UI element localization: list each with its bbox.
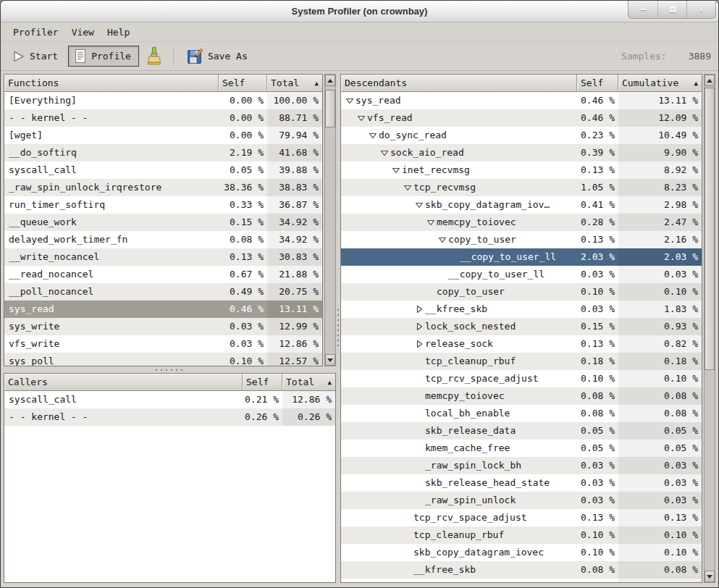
expander-closed-icon[interactable]: [413, 340, 425, 348]
maximize-button[interactable]: [657, 1, 686, 18]
tree-row[interactable]: local_bh_enable0.08 %0.08 %: [341, 405, 702, 422]
expander-open-icon[interactable]: [367, 131, 379, 140]
expander-open-icon[interactable]: [437, 235, 448, 244]
table-row[interactable]: [Everything]0.00 %100.00 %: [4, 92, 322, 109]
tree-row[interactable]: _raw_spin_unlock0.03 %0.03 %: [341, 492, 702, 509]
functions-total-column-header[interactable]: Total ▲: [267, 75, 322, 92]
reset-button[interactable]: [139, 43, 169, 69]
profile-toggle-button[interactable]: Profile: [68, 46, 139, 67]
scroll-up-button[interactable]: [705, 75, 715, 86]
table-row[interactable]: delayed_work_timer_fn0.08 %34.92 %: [4, 231, 322, 248]
scroll-up-button[interactable]: [325, 75, 335, 86]
expander-open-icon[interactable]: [413, 201, 425, 209]
table-row[interactable]: sys_read0.46 %13.11 %: [4, 301, 322, 318]
tree-row[interactable]: sys_read0.46 %13.11 %: [341, 92, 702, 109]
cumulative-value-cell: 0.03 %: [618, 266, 702, 283]
total-value-cell: 20.75 %: [267, 283, 322, 301]
expander-open-icon[interactable]: [390, 166, 402, 175]
tree-row[interactable]: __kfree_skb0.03 %1.83 %: [341, 301, 702, 318]
scroll-down-button[interactable]: [705, 571, 715, 582]
menu-profiler[interactable]: Profiler: [7, 25, 65, 40]
tree-row[interactable]: tcp_recvmsg1.05 %8.23 %: [341, 179, 702, 196]
expander-open-icon[interactable]: [425, 218, 437, 227]
expander-closed-icon[interactable]: [413, 322, 425, 331]
total-value-cell: 100.00 %: [267, 92, 322, 109]
scrollbar-thumb[interactable]: [705, 88, 715, 370]
table-row[interactable]: syscall_call0.05 %39.88 %: [4, 161, 322, 179]
callers-total-column-header[interactable]: Total ▲: [282, 374, 335, 391]
minimize-button[interactable]: –: [628, 1, 657, 18]
menu-help[interactable]: Help: [101, 25, 136, 40]
close-button[interactable]: ✕: [686, 1, 715, 18]
tree-row[interactable]: vfs_read0.46 %12.09 %: [341, 109, 702, 127]
tree-row[interactable]: tcp_rcv_space_adjust0.10 %0.10 %: [341, 370, 702, 387]
tree-row[interactable]: inet_recvmsg0.13 %8.92 %: [341, 161, 702, 179]
tree-row[interactable]: skb_release_head_state0.03 %0.03 %: [341, 474, 702, 492]
tree-row[interactable]: __kfree_skb0.08 %0.08 %: [341, 561, 702, 579]
tree-row[interactable]: copy_to_user0.10 %0.10 %: [341, 283, 702, 301]
tree-row[interactable]: memcpy_toiovec0.08 %0.08 %: [341, 387, 702, 405]
tree-row[interactable]: do_sync_read0.23 %10.49 %: [341, 127, 702, 144]
descendants-self-column-header[interactable]: Self: [577, 75, 618, 92]
tree-row[interactable]: __copy_to_user_ll2.03 %2.03 %: [341, 248, 702, 266]
table-row[interactable]: __do_softirq2.19 %41.68 %: [4, 144, 322, 161]
start-button[interactable]: Start: [7, 47, 64, 66]
toolbar-separator: [174, 47, 175, 66]
cumulative-value-cell: 0.08 %: [618, 387, 702, 405]
tree-row[interactable]: sock_aio_read0.39 %9.90 %: [341, 144, 702, 161]
callers-column-header[interactable]: Callers: [4, 374, 243, 391]
tree-row[interactable]: lock_sock_nested0.15 %0.93 %: [341, 318, 702, 335]
table-row[interactable]: __write_nocancel0.13 %30.83 %: [4, 248, 322, 266]
table-row[interactable]: - - kernel - -0.26 %0.26 %: [4, 408, 335, 426]
tree-row[interactable]: tcp_rcv_space_adjust0.13 %0.13 %: [341, 509, 702, 526]
tree-row[interactable]: tcp_cleanup_rbuf0.18 %0.18 %: [341, 353, 702, 370]
vertical-splitter[interactable]: [335, 71, 340, 587]
save-as-button[interactable]: Save As: [181, 45, 253, 67]
tree-row[interactable]: release_sock0.13 %0.82 %: [341, 335, 702, 353]
tree-row[interactable]: kmem_cache_free0.05 %0.05 %: [341, 440, 702, 457]
table-row[interactable]: - - kernel - -0.00 %88.71 %: [4, 109, 322, 127]
expander-closed-icon[interactable]: [413, 305, 425, 314]
table-row[interactable]: _raw_spin_unlock_irqrestore38.36 %38.83 …: [4, 179, 322, 196]
tree-row[interactable]: _raw_spin_lock_bh0.03 %0.03 %: [341, 457, 702, 474]
functions-scrollbar[interactable]: [324, 74, 336, 366]
tree-row[interactable]: lock_sock_nested0.03 %0.03 %: [341, 579, 702, 582]
cumulative-value-cell: 0.05 %: [618, 422, 702, 440]
expander-open-icon[interactable]: [356, 114, 367, 122]
table-row[interactable]: __poll_nocancel0.49 %20.75 %: [4, 283, 322, 301]
scrollbar-thumb[interactable]: [325, 90, 335, 127]
table-row[interactable]: __queue_work0.15 %34.92 %: [4, 214, 322, 231]
table-row[interactable]: vfs_write0.03 %12.86 %: [4, 335, 322, 353]
functions-column-header[interactable]: Functions: [4, 75, 219, 92]
table-row[interactable]: syscall_call0.21 %12.86 %: [4, 391, 335, 408]
function-name-cell: sys_read: [341, 92, 577, 109]
cumulative-value-cell: 0.82 %: [618, 335, 702, 353]
table-row[interactable]: __read_nocancel0.67 %21.88 %: [4, 266, 322, 283]
scroll-down-button[interactable]: [325, 354, 335, 366]
table-row[interactable]: sys_poll0.10 %12.57 %: [4, 353, 322, 366]
tree-row[interactable]: skb_copy_datagram_iov…0.41 %2.98 %: [341, 196, 702, 214]
expander-open-icon[interactable]: [344, 96, 356, 105]
table-row[interactable]: [wget]0.00 %79.94 %: [4, 127, 322, 144]
descendants-column-header[interactable]: Descendants: [341, 75, 577, 92]
table-row[interactable]: run_timer_softirq0.33 %36.87 %: [4, 196, 322, 214]
tree-row[interactable]: copy_to_user0.13 %2.16 %: [341, 231, 702, 248]
horizontal-splitter[interactable]: [4, 367, 336, 373]
menu-view[interactable]: View: [65, 25, 101, 40]
cumulative-value-cell: 0.10 %: [618, 283, 702, 301]
titlebar[interactable]: System Profiler (on crownbay) – ✕: [1, 1, 718, 22]
tree-row[interactable]: skb_copy_datagram_iovec0.10 %0.10 %: [341, 544, 702, 561]
total-value-cell: 34.92 %: [267, 214, 322, 231]
tree-row[interactable]: memcpy_toiovec0.28 %2.47 %: [341, 214, 702, 231]
function-name-cell: tcp_recvmsg: [341, 179, 577, 196]
tree-row[interactable]: tcp_cleanup_rbuf0.10 %0.10 %: [341, 526, 702, 544]
expander-open-icon[interactable]: [379, 148, 390, 157]
tree-row[interactable]: __copy_to_user_ll0.03 %0.03 %: [341, 266, 702, 283]
expander-open-icon[interactable]: [402, 183, 413, 192]
functions-self-column-header[interactable]: Self: [219, 75, 267, 92]
descendants-scrollbar[interactable]: [704, 74, 715, 583]
descendants-cumulative-column-header[interactable]: Cumulative ▲: [618, 75, 702, 92]
callers-self-column-header[interactable]: Self: [243, 374, 282, 391]
tree-row[interactable]: skb_release_data0.05 %0.05 %: [341, 422, 702, 440]
table-row[interactable]: sys_write0.03 %12.99 %: [4, 318, 322, 335]
